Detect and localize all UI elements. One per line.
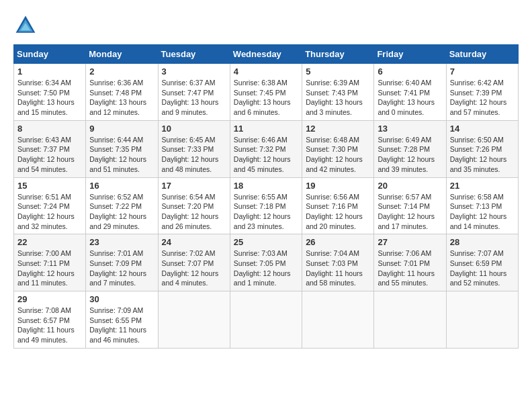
calendar-day-cell (302, 291, 374, 349)
calendar-day-cell: 7 Sunrise: 6:42 AMSunset: 7:39 PMDayligh… (446, 64, 518, 121)
weekday-header: Wednesday (230, 45, 302, 64)
day-info: Sunrise: 6:43 AMSunset: 7:37 PMDaylight:… (17, 136, 75, 173)
calendar-day-cell: 22 Sunrise: 7:00 AMSunset: 7:11 PMDaylig… (14, 234, 86, 291)
day-number: 6 (378, 66, 442, 77)
day-info: Sunrise: 6:45 AMSunset: 7:33 PMDaylight:… (162, 136, 219, 173)
day-info: Sunrise: 6:51 AMSunset: 7:24 PMDaylight:… (17, 193, 75, 230)
day-number: 8 (17, 124, 82, 134)
calendar-header-row: SundayMondayTuesdayWednesdayThursdayFrid… (14, 45, 519, 64)
day-number: 28 (450, 237, 515, 247)
calendar-day-cell: 19 Sunrise: 6:56 AMSunset: 7:16 PMDaylig… (302, 177, 374, 234)
calendar-day-cell: 6 Sunrise: 6:40 AMSunset: 7:41 PMDayligh… (374, 64, 446, 121)
calendar-day-cell: 14 Sunrise: 6:50 AMSunset: 7:26 PMDaylig… (446, 120, 518, 177)
calendar-day-cell: 5 Sunrise: 6:39 AMSunset: 7:43 PMDayligh… (302, 64, 374, 121)
day-info: Sunrise: 6:58 AMSunset: 7:13 PMDaylight:… (450, 193, 507, 230)
weekday-header: Tuesday (158, 45, 230, 64)
day-info: Sunrise: 6:37 AMSunset: 7:47 PMDaylight:… (162, 79, 219, 116)
day-number: 22 (17, 237, 82, 247)
calendar-day-cell (446, 291, 518, 349)
calendar-day-cell: 26 Sunrise: 7:04 AMSunset: 7:03 PMDaylig… (302, 234, 374, 291)
calendar-day-cell (374, 291, 446, 349)
day-number: 29 (17, 294, 82, 304)
day-info: Sunrise: 6:38 AMSunset: 7:45 PMDaylight:… (234, 79, 291, 116)
weekday-header: Monday (86, 45, 158, 64)
day-number: 14 (450, 124, 515, 134)
calendar-week-row: 15 Sunrise: 6:51 AMSunset: 7:24 PMDaylig… (14, 177, 519, 234)
calendar-day-cell: 30 Sunrise: 7:09 AMSunset: 6:55 PMDaylig… (86, 291, 158, 349)
day-info: Sunrise: 6:46 AMSunset: 7:32 PMDaylight:… (234, 136, 291, 173)
day-number: 2 (89, 66, 154, 77)
calendar-day-cell: 29 Sunrise: 7:08 AMSunset: 6:57 PMDaylig… (14, 291, 86, 349)
day-info: Sunrise: 6:49 AMSunset: 7:28 PMDaylight:… (378, 136, 435, 173)
day-info: Sunrise: 7:00 AMSunset: 7:11 PMDaylight:… (17, 249, 75, 287)
day-number: 20 (378, 181, 442, 191)
day-number: 1 (17, 66, 82, 77)
day-number: 24 (162, 237, 226, 247)
calendar-day-cell: 21 Sunrise: 6:58 AMSunset: 7:13 PMDaylig… (446, 177, 518, 234)
day-number: 26 (306, 237, 370, 247)
day-number: 18 (234, 181, 298, 191)
day-number: 9 (89, 124, 154, 134)
calendar-day-cell: 1 Sunrise: 6:34 AMSunset: 7:50 PMDayligh… (14, 64, 86, 121)
day-info: Sunrise: 7:04 AMSunset: 7:03 PMDaylight:… (306, 249, 363, 287)
day-info: Sunrise: 7:02 AMSunset: 7:07 PMDaylight:… (162, 249, 219, 287)
day-number: 17 (162, 181, 226, 191)
day-info: Sunrise: 6:52 AMSunset: 7:22 PMDaylight:… (89, 193, 146, 230)
calendar-day-cell: 2 Sunrise: 6:36 AMSunset: 7:48 PMDayligh… (86, 64, 158, 121)
day-info: Sunrise: 7:09 AMSunset: 6:55 PMDaylight:… (89, 306, 146, 344)
calendar-week-row: 8 Sunrise: 6:43 AMSunset: 7:37 PMDayligh… (14, 120, 519, 177)
calendar-day-cell: 28 Sunrise: 7:07 AMSunset: 6:59 PMDaylig… (446, 234, 518, 291)
day-number: 16 (89, 181, 154, 191)
calendar-week-row: 22 Sunrise: 7:00 AMSunset: 7:11 PMDaylig… (14, 234, 519, 291)
day-number: 10 (162, 124, 226, 134)
day-number: 5 (306, 66, 370, 77)
calendar-day-cell (230, 291, 302, 349)
day-number: 4 (234, 66, 298, 77)
day-number: 27 (378, 237, 442, 247)
calendar-day-cell: 16 Sunrise: 6:52 AMSunset: 7:22 PMDaylig… (86, 177, 158, 234)
day-info: Sunrise: 7:08 AMSunset: 6:57 PMDaylight:… (17, 306, 75, 344)
calendar-day-cell: 20 Sunrise: 6:57 AMSunset: 7:14 PMDaylig… (374, 177, 446, 234)
day-info: Sunrise: 6:55 AMSunset: 7:18 PMDaylight:… (234, 193, 291, 230)
day-number: 23 (89, 237, 154, 247)
day-number: 25 (234, 237, 298, 247)
day-number: 13 (378, 124, 442, 134)
calendar-day-cell: 9 Sunrise: 6:44 AMSunset: 7:35 PMDayligh… (86, 120, 158, 177)
day-info: Sunrise: 6:42 AMSunset: 7:39 PMDaylight:… (450, 79, 507, 116)
day-number: 15 (17, 181, 82, 191)
calendar-day-cell: 27 Sunrise: 7:06 AMSunset: 7:01 PMDaylig… (374, 234, 446, 291)
weekday-header: Sunday (14, 45, 86, 64)
calendar-day-cell: 13 Sunrise: 6:49 AMSunset: 7:28 PMDaylig… (374, 120, 446, 177)
calendar-day-cell: 10 Sunrise: 6:45 AMSunset: 7:33 PMDaylig… (158, 120, 230, 177)
day-info: Sunrise: 6:40 AMSunset: 7:41 PMDaylight:… (378, 79, 435, 116)
day-number: 21 (450, 181, 515, 191)
calendar-day-cell: 4 Sunrise: 6:38 AMSunset: 7:45 PMDayligh… (230, 64, 302, 121)
day-info: Sunrise: 6:39 AMSunset: 7:43 PMDaylight:… (306, 79, 363, 116)
day-info: Sunrise: 6:57 AMSunset: 7:14 PMDaylight:… (378, 193, 435, 230)
day-number: 19 (306, 181, 370, 191)
day-number: 3 (162, 66, 226, 77)
calendar-day-cell: 17 Sunrise: 6:54 AMSunset: 7:20 PMDaylig… (158, 177, 230, 234)
day-number: 30 (89, 294, 154, 304)
calendar-table: SundayMondayTuesdayWednesdayThursdayFrid… (13, 44, 519, 349)
calendar-day-cell: 11 Sunrise: 6:46 AMSunset: 7:32 PMDaylig… (230, 120, 302, 177)
calendar-day-cell: 3 Sunrise: 6:37 AMSunset: 7:47 PMDayligh… (158, 64, 230, 121)
calendar-week-row: 29 Sunrise: 7:08 AMSunset: 6:57 PMDaylig… (14, 291, 519, 349)
day-info: Sunrise: 6:56 AMSunset: 7:16 PMDaylight:… (306, 193, 363, 230)
day-info: Sunrise: 6:44 AMSunset: 7:35 PMDaylight:… (89, 136, 146, 173)
day-info: Sunrise: 7:06 AMSunset: 7:01 PMDaylight:… (378, 249, 435, 287)
day-number: 7 (450, 66, 515, 77)
weekday-header: Friday (374, 45, 446, 64)
day-info: Sunrise: 7:01 AMSunset: 7:09 PMDaylight:… (89, 249, 146, 287)
day-info: Sunrise: 6:48 AMSunset: 7:30 PMDaylight:… (306, 136, 363, 173)
day-info: Sunrise: 6:50 AMSunset: 7:26 PMDaylight:… (450, 136, 507, 173)
day-info: Sunrise: 6:34 AMSunset: 7:50 PMDaylight:… (17, 79, 75, 116)
calendar-day-cell: 12 Sunrise: 6:48 AMSunset: 7:30 PMDaylig… (302, 120, 374, 177)
calendar-day-cell: 18 Sunrise: 6:55 AMSunset: 7:18 PMDaylig… (230, 177, 302, 234)
calendar-day-cell: 15 Sunrise: 6:51 AMSunset: 7:24 PMDaylig… (14, 177, 86, 234)
weekday-header: Saturday (446, 45, 518, 64)
calendar-day-cell (158, 291, 230, 349)
calendar-day-cell: 25 Sunrise: 7:03 AMSunset: 7:05 PMDaylig… (230, 234, 302, 291)
day-info: Sunrise: 7:07 AMSunset: 6:59 PMDaylight:… (450, 249, 507, 287)
day-number: 12 (306, 124, 370, 134)
